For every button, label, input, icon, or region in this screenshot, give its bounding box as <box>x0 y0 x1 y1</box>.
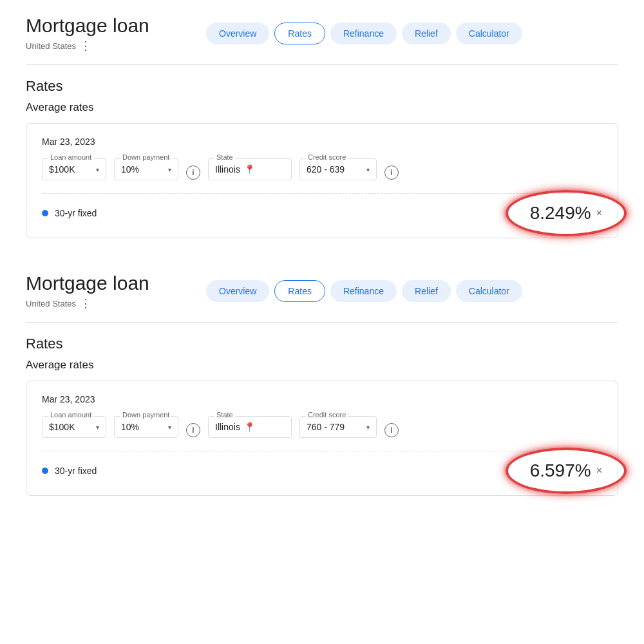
credit-score-filter-1: Credit score 620 - 639 ▾ <box>299 158 377 180</box>
card-date-1: Mar 23, 2023 <box>42 137 602 147</box>
tab-overview-2[interactable]: Overview <box>206 280 269 302</box>
credit-score-filter-2: Credit score 760 - 779 ▾ <box>299 416 377 438</box>
rate-label-2: 30-yr fixed <box>55 466 530 476</box>
credit-score-value-1: 620 - 639 <box>307 164 345 175</box>
rate-highlight-1: 8.249% × <box>530 203 602 223</box>
loan-amount-value-1: $100K <box>49 164 75 175</box>
credit-score-chevron-2: ▾ <box>366 424 370 431</box>
rates-section-2: Rates Average rates Mar 23, 2023 Loan am… <box>0 323 644 515</box>
credit-score-select-2[interactable]: 760 - 779 ▾ <box>299 416 377 438</box>
avg-rates-heading-1: Average rates <box>26 101 618 114</box>
state-filter-1: State Illinois 📍 <box>208 158 292 180</box>
rate-highlight-2: 6.597% × <box>530 460 602 481</box>
down-payment-filter-1: Down payment 10% ▾ <box>114 158 178 180</box>
close-rate-button-1[interactable]: × <box>596 207 602 219</box>
tab-refinance-1[interactable]: Refinance <box>330 23 397 44</box>
subtitle-2: United States <box>26 299 76 308</box>
rates-card-1: Mar 23, 2023 Loan amount $100K ▾ Down pa… <box>26 123 618 238</box>
loan-amount-value-2: $100K <box>49 422 75 432</box>
rate-dot-2 <box>42 468 48 474</box>
more-options-icon-2[interactable]: ⋮ <box>80 296 91 310</box>
state-value-1: Illinois <box>215 164 240 175</box>
credit-score-info-icon-2[interactable]: i <box>384 423 399 437</box>
credit-score-chevron-1: ▾ <box>366 166 370 173</box>
loan-amount-label-2: Loan amount <box>48 411 93 419</box>
rate-value-1: 8.249% <box>530 203 591 223</box>
tab-rates-2[interactable]: Rates <box>274 280 325 302</box>
tab-overview-1[interactable]: Overview <box>206 23 269 44</box>
down-payment-chevron-2: ▾ <box>168 424 171 431</box>
location-pin-icon-1: 📍 <box>244 164 255 175</box>
nav-tabs-2: Overview Rates Refinance Relief Calculat… <box>206 280 522 302</box>
rates-section-1: Rates Average rates Mar 23, 2023 Loan am… <box>0 65 644 258</box>
loan-amount-chevron-2: ▾ <box>96 424 99 431</box>
filters-row-1: Loan amount $100K ▾ Down payment 10% ▾ i… <box>42 158 602 180</box>
loan-amount-label-1: Loan amount <box>48 153 93 161</box>
tab-relief-1[interactable]: Relief <box>402 23 451 44</box>
page-title-2: Mortgage loan <box>26 272 193 295</box>
credit-score-label-1: Credit score <box>306 153 348 161</box>
tab-calculator-1[interactable]: Calculator <box>456 23 522 44</box>
location-pin-icon-2: 📍 <box>244 422 255 432</box>
header-section2: Mortgage loan United States ⋮ Overview R… <box>0 258 644 322</box>
down-payment-chevron-1: ▾ <box>168 166 171 173</box>
state-value-2: Illinois <box>215 422 240 432</box>
loan-amount-chevron-1: ▾ <box>96 166 99 173</box>
credit-score-info-icon-1[interactable]: i <box>384 166 399 180</box>
credit-score-label-2: Credit score <box>306 411 348 419</box>
rates-heading-2: Rates <box>26 336 618 352</box>
state-select-1[interactable]: Illinois 📍 <box>208 158 292 180</box>
state-label-2: State <box>214 411 235 419</box>
rate-dot-1 <box>42 210 48 216</box>
more-options-icon-1[interactable]: ⋮ <box>80 39 91 53</box>
tab-calculator-2[interactable]: Calculator <box>456 280 522 302</box>
tab-relief-2[interactable]: Relief <box>402 280 451 302</box>
loan-amount-select-1[interactable]: $100K ▾ <box>42 158 106 180</box>
loan-amount-filter-2: Loan amount $100K ▾ <box>42 416 106 438</box>
down-payment-info-icon-2[interactable]: i <box>186 423 200 437</box>
down-payment-select-1[interactable]: 10% ▾ <box>114 158 178 180</box>
filters-row-2: Loan amount $100K ▾ Down payment 10% ▾ i… <box>42 416 602 438</box>
down-payment-label-1: Down payment <box>120 153 171 161</box>
credit-score-select-1[interactable]: 620 - 639 ▾ <box>299 158 377 180</box>
credit-score-value-2: 760 - 779 <box>307 422 345 432</box>
down-payment-filter-2: Down payment 10% ▾ <box>114 416 178 438</box>
avg-rates-heading-2: Average rates <box>26 359 618 372</box>
down-payment-value-1: 10% <box>121 164 139 175</box>
down-payment-select-2[interactable]: 10% ▾ <box>114 416 178 438</box>
down-payment-value-2: 10% <box>121 422 139 432</box>
title-block-1: Mortgage loan United States ⋮ <box>26 14 193 53</box>
rate-label-1: 30-yr fixed <box>55 208 530 218</box>
down-payment-label-2: Down payment <box>120 411 171 419</box>
loan-amount-filter-1: Loan amount $100K ▾ <box>42 158 106 180</box>
card-date-2: Mar 23, 2023 <box>42 394 602 404</box>
close-rate-button-2[interactable]: × <box>596 465 602 477</box>
rate-row-2: 30-yr fixed 6.597% × <box>42 451 602 481</box>
subtitle-1: United States <box>26 41 76 51</box>
rate-row-1: 30-yr fixed 8.249% × <box>42 193 602 223</box>
down-payment-info-icon-1[interactable]: i <box>186 166 200 180</box>
state-select-2[interactable]: Illinois 📍 <box>208 416 292 438</box>
title-block-2: Mortgage loan United States ⋮ <box>26 272 193 310</box>
state-filter-2: State Illinois 📍 <box>208 416 292 438</box>
nav-tabs-1: Overview Rates Refinance Relief Calculat… <box>206 23 522 44</box>
tab-refinance-2[interactable]: Refinance <box>330 280 397 302</box>
loan-amount-select-2[interactable]: $100K ▾ <box>42 416 106 438</box>
page-title-1: Mortgage loan <box>26 14 193 37</box>
rate-value-2: 6.597% <box>530 460 591 481</box>
rates-heading-1: Rates <box>26 78 618 95</box>
rates-card-2: Mar 23, 2023 Loan amount $100K ▾ Down pa… <box>26 381 618 496</box>
state-label-1: State <box>214 153 235 161</box>
tab-rates-1[interactable]: Rates <box>274 23 325 44</box>
header-section1: Mortgage loan United States ⋮ Overview R… <box>0 0 644 64</box>
